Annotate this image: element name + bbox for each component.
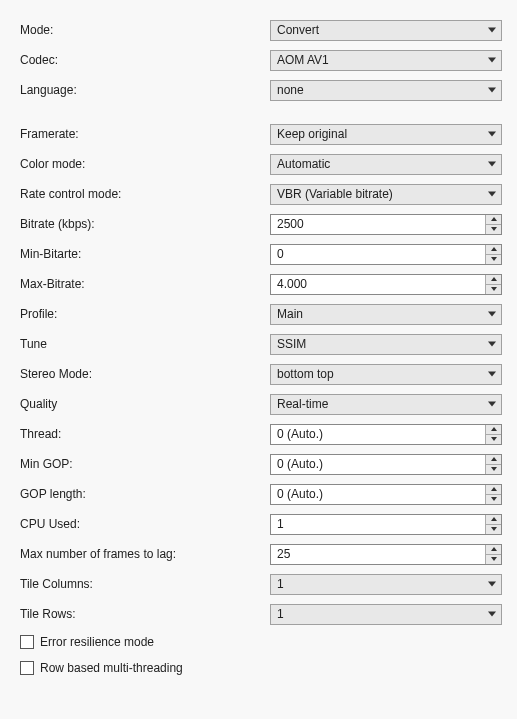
row-mt-checkbox[interactable] [20, 661, 34, 675]
goplength-spinner[interactable]: 0 (Auto.) [270, 484, 502, 505]
thread-value[interactable]: 0 (Auto.) [271, 425, 485, 444]
thread-label: Thread: [20, 427, 270, 441]
chevron-down-icon [488, 58, 496, 63]
spin-down-button[interactable] [486, 255, 501, 264]
spin-down-button[interactable] [486, 465, 501, 474]
spin-up-button[interactable] [486, 215, 501, 225]
tune-dropdown[interactable]: SSIM [270, 334, 502, 355]
tilerows-dropdown[interactable]: 1 [270, 604, 502, 625]
spin-down-button[interactable] [486, 435, 501, 444]
mode-dropdown[interactable]: Convert [270, 20, 502, 41]
chevron-down-icon [491, 497, 497, 501]
ratecontrol-value: VBR (Variable bitrate) [277, 187, 393, 201]
chevron-up-icon [491, 457, 497, 461]
mode-label: Mode: [20, 23, 270, 37]
quality-dropdown[interactable]: Real-time [270, 394, 502, 415]
codec-dropdown[interactable]: AOM AV1 [270, 50, 502, 71]
profile-dropdown[interactable]: Main [270, 304, 502, 325]
chevron-up-icon [491, 517, 497, 521]
chevron-up-icon [491, 547, 497, 551]
stereomode-dropdown[interactable]: bottom top [270, 364, 502, 385]
mingop-label: Min GOP: [20, 457, 270, 471]
tilecols-value: 1 [277, 577, 284, 591]
minbitrate-spinner[interactable]: 0 [270, 244, 502, 265]
mingop-value[interactable]: 0 (Auto.) [271, 455, 485, 474]
mingop-spinner[interactable]: 0 (Auto.) [270, 454, 502, 475]
row-mt-label: Row based multi-threading [40, 661, 183, 675]
chevron-down-icon [488, 402, 496, 407]
mode-value: Convert [277, 23, 319, 37]
chevron-down-icon [491, 557, 497, 561]
chevron-down-icon [488, 28, 496, 33]
cpuused-label: CPU Used: [20, 517, 270, 531]
chevron-down-icon [488, 342, 496, 347]
spin-up-button[interactable] [486, 485, 501, 495]
spin-up-button[interactable] [486, 455, 501, 465]
profile-label: Profile: [20, 307, 270, 321]
spin-up-button[interactable] [486, 425, 501, 435]
maxbitrate-value[interactable]: 4.000 [271, 275, 485, 294]
maxlag-label: Max number of frames to lag: [20, 547, 270, 561]
chevron-down-icon [488, 132, 496, 137]
maxlag-spinner[interactable]: 25 [270, 544, 502, 565]
chevron-down-icon [488, 582, 496, 587]
spin-down-button[interactable] [486, 495, 501, 504]
chevron-down-icon [491, 437, 497, 441]
stereomode-label: Stereo Mode: [20, 367, 270, 381]
chevron-up-icon [491, 277, 497, 281]
bitrate-label: Bitrate (kbps): [20, 217, 270, 231]
stereomode-value: bottom top [277, 367, 334, 381]
spin-down-button[interactable] [486, 525, 501, 534]
chevron-up-icon [491, 217, 497, 221]
framerate-dropdown[interactable]: Keep original [270, 124, 502, 145]
bitrate-value[interactable]: 2500 [271, 215, 485, 234]
colormode-value: Automatic [277, 157, 330, 171]
framerate-label: Framerate: [20, 127, 270, 141]
spin-down-button[interactable] [486, 285, 501, 294]
chevron-down-icon [491, 227, 497, 231]
spin-up-button[interactable] [486, 275, 501, 285]
language-value: none [277, 83, 304, 97]
minbitrate-value[interactable]: 0 [271, 245, 485, 264]
chevron-down-icon [491, 287, 497, 291]
codec-value: AOM AV1 [277, 53, 329, 67]
spin-down-button[interactable] [486, 225, 501, 234]
goplength-value[interactable]: 0 (Auto.) [271, 485, 485, 504]
chevron-down-icon [491, 257, 497, 261]
colormode-dropdown[interactable]: Automatic [270, 154, 502, 175]
cpuused-spinner[interactable]: 1 [270, 514, 502, 535]
spin-up-button[interactable] [486, 515, 501, 525]
spin-up-button[interactable] [486, 245, 501, 255]
chevron-up-icon [491, 487, 497, 491]
spin-up-button[interactable] [486, 545, 501, 555]
error-resilience-label: Error resilience mode [40, 635, 154, 649]
thread-spinner[interactable]: 0 (Auto.) [270, 424, 502, 445]
quality-value: Real-time [277, 397, 328, 411]
quality-label: Quality [20, 397, 270, 411]
chevron-down-icon [488, 372, 496, 377]
ratecontrol-dropdown[interactable]: VBR (Variable bitrate) [270, 184, 502, 205]
tilecols-label: Tile Columns: [20, 577, 270, 591]
tilecols-dropdown[interactable]: 1 [270, 574, 502, 595]
bitrate-spinner[interactable]: 2500 [270, 214, 502, 235]
language-dropdown[interactable]: none [270, 80, 502, 101]
chevron-up-icon [491, 427, 497, 431]
chevron-down-icon [488, 192, 496, 197]
tilerows-label: Tile Rows: [20, 607, 270, 621]
ratecontrol-label: Rate control mode: [20, 187, 270, 201]
maxbitrate-spinner[interactable]: 4.000 [270, 274, 502, 295]
spin-down-button[interactable] [486, 555, 501, 564]
chevron-down-icon [488, 162, 496, 167]
cpuused-value[interactable]: 1 [271, 515, 485, 534]
error-resilience-checkbox[interactable] [20, 635, 34, 649]
tune-label: Tune [20, 337, 270, 351]
chevron-down-icon [491, 467, 497, 471]
language-label: Language: [20, 83, 270, 97]
chevron-up-icon [491, 247, 497, 251]
tilerows-value: 1 [277, 607, 284, 621]
maxlag-value[interactable]: 25 [271, 545, 485, 564]
chevron-down-icon [488, 612, 496, 617]
goplength-label: GOP length: [20, 487, 270, 501]
tune-value: SSIM [277, 337, 306, 351]
codec-label: Codec: [20, 53, 270, 67]
